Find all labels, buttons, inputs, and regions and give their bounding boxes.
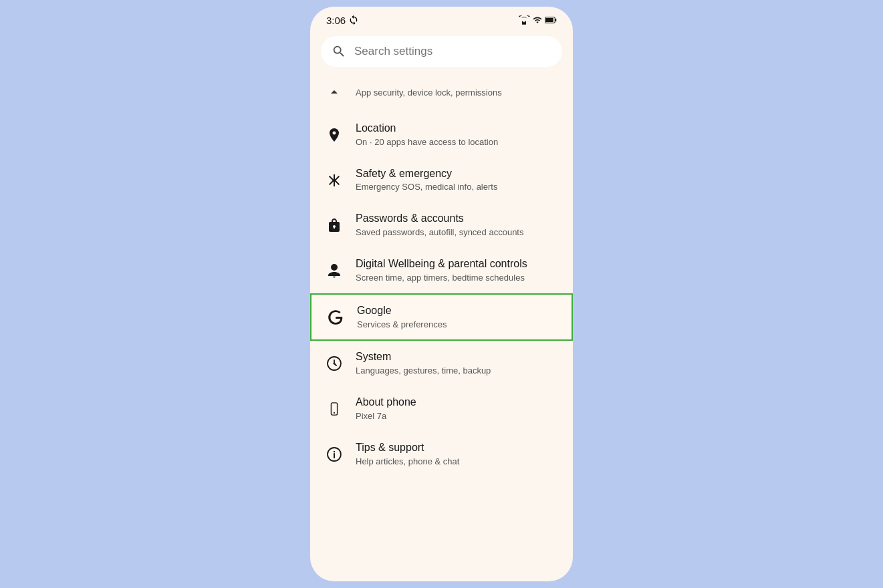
tips-title: Tips & support [356, 441, 559, 455]
svg-rect-1 [555, 19, 556, 21]
about-phone-subtitle: Pixel 7a [356, 411, 559, 422]
wellbeing-title: Digital Wellbeing & parental controls [356, 257, 559, 271]
sidebar-item-google[interactable]: Google Services & preferences [310, 293, 573, 341]
about-phone-title: About phone [356, 396, 559, 410]
location-title: Location [356, 122, 559, 136]
sidebar-item-security[interactable]: App security, device lock, permissions [310, 72, 573, 112]
safety-title: Safety & emergency [356, 167, 559, 181]
phone-screen: 3:06 [310, 7, 573, 581]
sidebar-item-tips[interactable]: Tips & support Help articles, phone & ch… [310, 432, 573, 477]
security-subtitle: App security, device lock, permissions [356, 88, 559, 99]
svg-rect-2 [545, 18, 553, 22]
system-subtitle: Languages, gestures, time, backup [356, 365, 559, 377]
passwords-icon [324, 214, 345, 236]
tips-icon [324, 444, 345, 465]
svg-point-7 [334, 412, 335, 414]
sidebar-item-digital-wellbeing[interactable]: Digital Wellbeing & parental controls Sc… [310, 248, 573, 293]
battery-icon [545, 15, 557, 25]
sync-icon [348, 15, 359, 25]
wifi-icon [518, 15, 530, 25]
search-bar[interactable] [321, 36, 562, 67]
system-title: System [356, 350, 559, 364]
location-icon [324, 124, 345, 146]
svg-point-4 [334, 363, 336, 365]
sidebar-item-system[interactable]: System Languages, gestures, time, backup [310, 341, 573, 386]
sidebar-item-safety[interactable]: Safety & emergency Emergency SOS, medica… [310, 158, 573, 203]
signal-icon [533, 15, 542, 25]
sidebar-item-passwords[interactable]: Passwords & accounts Saved passwords, au… [310, 202, 573, 248]
passwords-title: Passwords & accounts [356, 212, 559, 226]
search-input[interactable] [354, 45, 551, 58]
google-icon [325, 307, 346, 328]
svg-point-10 [334, 450, 335, 452]
google-subtitle: Services & preferences [357, 319, 558, 331]
settings-list: App security, device lock, permissions L… [310, 72, 573, 581]
search-icon [332, 44, 346, 59]
sidebar-item-about-phone[interactable]: About phone Pixel 7a [310, 386, 573, 432]
sidebar-item-location[interactable]: Location On · 20 apps have access to loc… [310, 112, 573, 158]
status-icons [518, 15, 557, 25]
tips-subtitle: Help articles, phone & chat [356, 456, 559, 468]
status-time: 3:06 [326, 15, 359, 26]
system-icon [324, 353, 345, 374]
passwords-subtitle: Saved passwords, autofill, synced accoun… [356, 227, 559, 239]
asterisk-icon [324, 170, 345, 191]
wellbeing-icon [324, 260, 345, 281]
safety-subtitle: Emergency SOS, medical info, alerts [356, 182, 559, 193]
location-subtitle: On · 20 apps have access to location [356, 137, 559, 148]
status-bar: 3:06 [310, 7, 573, 31]
chevron-up-icon [324, 82, 345, 103]
wellbeing-subtitle: Screen time, app timers, bedtime schedul… [356, 273, 559, 284]
google-title: Google [357, 304, 558, 318]
phone-icon [324, 398, 345, 420]
